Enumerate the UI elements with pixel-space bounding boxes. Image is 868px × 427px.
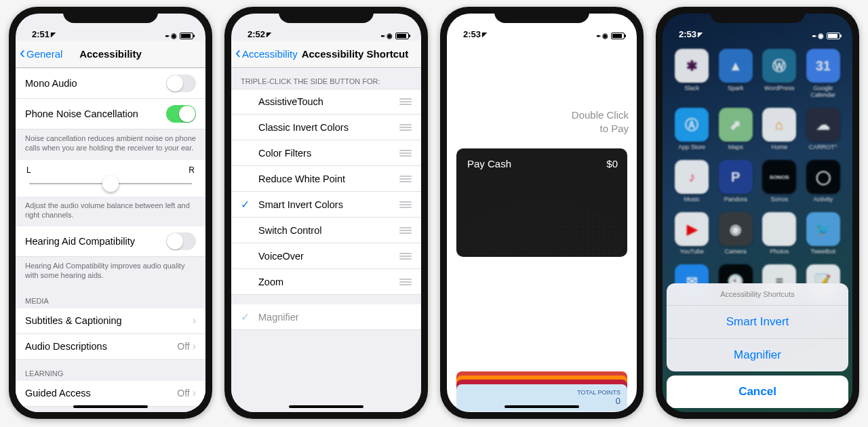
notch (710, 7, 805, 23)
wifi-icon (171, 31, 177, 39)
drag-handle-icon[interactable] (399, 201, 412, 208)
home-indicator[interactable] (505, 405, 579, 408)
app-label: CARROT⁵ (809, 144, 837, 150)
drag-handle-icon[interactable] (399, 176, 412, 182)
cancel-button[interactable]: Cancel (667, 375, 848, 408)
settings-content[interactable]: Mono Audio Phone Noise Cancellation Nois… (16, 68, 205, 412)
row-label: Zoom (258, 277, 399, 287)
signal-icon (596, 31, 599, 39)
row-subtitles[interactable]: Subtitles & Captioning › (16, 308, 205, 334)
row-label: Phone Noise Cancellation (25, 108, 138, 119)
app-sonos[interactable]: SONOSSonos (761, 160, 798, 203)
toggle-hearing[interactable] (166, 232, 196, 250)
battery-icon (180, 33, 193, 39)
apple-pay-card[interactable]: Pay Cash $0 (456, 148, 627, 257)
status-icons (812, 31, 840, 39)
chevron-icon: › (193, 387, 196, 399)
shortcut-option[interactable]: Classic Invert Colors (231, 115, 421, 140)
shortcut-option[interactable]: AssistiveTouch (231, 89, 421, 115)
app-label: Music (684, 196, 700, 203)
app-slack[interactable]: ✱Slack (673, 49, 711, 98)
sheet-option-smart-invert[interactable]: Smart Invert (667, 305, 848, 338)
app-tweetbot[interactable]: 🐦Tweetbot (805, 212, 842, 255)
home-indicator[interactable] (73, 405, 148, 408)
app-pandora[interactable]: PPandora (717, 160, 755, 203)
shortcut-content[interactable]: TRIPLE-CLICK THE SIDE BUTTON FOR: Assist… (231, 68, 421, 412)
app-google-calendar[interactable]: 31Google Calendar (805, 49, 842, 98)
app-icon: P (719, 160, 753, 194)
location-icon: ◤ (51, 31, 56, 38)
status-time: 2:52◤ (248, 29, 271, 39)
row-value: Off (177, 388, 189, 399)
balance-slider[interactable] (29, 183, 192, 184)
screen-shortcut: 2:52◤ Accessibility Accessibility Shortc… (231, 14, 421, 412)
toggle-noise[interactable] (166, 105, 196, 123)
row-label: Color Filters (258, 148, 399, 159)
drag-handle-icon[interactable] (399, 279, 412, 285)
app-home[interactable]: ⌂Home (761, 108, 798, 150)
back-button[interactable]: General (20, 48, 62, 60)
shortcut-option[interactable]: Color Filters (231, 140, 421, 166)
app-spark[interactable]: ▲Spark (717, 49, 755, 98)
action-sheet: Accessibility Shortcuts Smart Invert Mag… (663, 279, 852, 412)
app-icon: Ⓐ (675, 108, 709, 142)
app-app-store[interactable]: ⒶApp Store (673, 108, 711, 150)
row-hearing-aid[interactable]: Hearing Aid Compatibility (16, 226, 205, 257)
app-wordpress[interactable]: ⓌWordPress (761, 49, 798, 98)
double-click-hint: Double Clickto Pay (447, 41, 637, 148)
row-guided-access[interactable]: Guided Access Off› (16, 381, 205, 407)
signal-icon (812, 31, 815, 39)
app-label: YouTube (680, 248, 704, 255)
sheet-option-magnifier[interactable]: Magnifier (667, 338, 848, 371)
shortcut-option[interactable]: VoiceOver (231, 243, 421, 269)
shortcut-option[interactable]: Zoom (231, 269, 421, 295)
app-label: Spark (728, 85, 744, 92)
row-mono-audio[interactable]: Mono Audio (16, 68, 205, 99)
app-maps[interactable]: ⬈Maps (717, 108, 755, 150)
home-indicator[interactable] (720, 405, 795, 408)
notch (279, 7, 374, 23)
app-photos[interactable]: ✿Photos (761, 212, 798, 255)
app-icon: Ⓦ (762, 49, 796, 83)
row-audio-descriptions[interactable]: Audio Descriptions Off› (16, 334, 205, 360)
app-label: App Store (678, 144, 705, 150)
shortcut-option[interactable]: Reduce White Point (231, 166, 421, 192)
shortcut-option[interactable]: Switch Control (231, 218, 421, 243)
drag-handle-icon[interactable] (399, 124, 412, 131)
home-app-grid: ✱Slack▲SparkⓌWordPress31Google CalendarⒶ… (663, 41, 852, 307)
app-icon: ◯ (806, 160, 840, 194)
wifi-icon (602, 31, 608, 39)
location-icon: ◤ (482, 31, 487, 38)
app-label: Tweetbot (810, 248, 835, 255)
app-icon: ▶ (675, 212, 709, 246)
balance-footnote: Adjust the audio volume balance between … (16, 197, 205, 227)
app-youtube[interactable]: ▶YouTube (673, 212, 711, 255)
app-label: Maps (728, 144, 743, 150)
learning-header: LEARNING (16, 360, 205, 381)
status-time: 2:53◤ (463, 29, 487, 39)
shortcut-option[interactable]: ✓Smart Invert Colors (231, 192, 421, 218)
slider-thumb[interactable] (102, 176, 119, 192)
card-amount: $0 (606, 158, 618, 169)
drag-handle-icon[interactable] (399, 227, 412, 234)
row-label: Mono Audio (25, 78, 77, 89)
app-carrot-[interactable]: ☁CARROT⁵ (805, 108, 842, 150)
app-camera[interactable]: ◉Camera (717, 212, 755, 255)
toggle-mono[interactable] (166, 75, 196, 92)
drag-handle-icon[interactable] (399, 253, 412, 260)
back-button[interactable]: Accessibility (235, 48, 298, 60)
sheet-title: Accessibility Shortcuts (667, 283, 848, 305)
app-activity[interactable]: ◯Activity (805, 160, 842, 203)
card-pattern (460, 203, 623, 257)
app-label: WordPress (764, 85, 794, 92)
drag-handle-icon[interactable] (399, 98, 412, 105)
drag-handle-icon[interactable] (399, 150, 412, 157)
status-icons (380, 31, 409, 39)
row-magnifier[interactable]: ✓ Magnifier (231, 304, 421, 330)
app-music[interactable]: ♪Music (673, 160, 711, 203)
home-indicator[interactable] (289, 405, 363, 408)
notch (494, 7, 589, 23)
row-noise-cancellation[interactable]: Phone Noise Cancellation (16, 99, 205, 129)
check-icon: ✓ (241, 198, 250, 211)
phone-4: 2:53◤ ✱Slack▲SparkⓌWordPress31Google Cal… (656, 7, 859, 419)
